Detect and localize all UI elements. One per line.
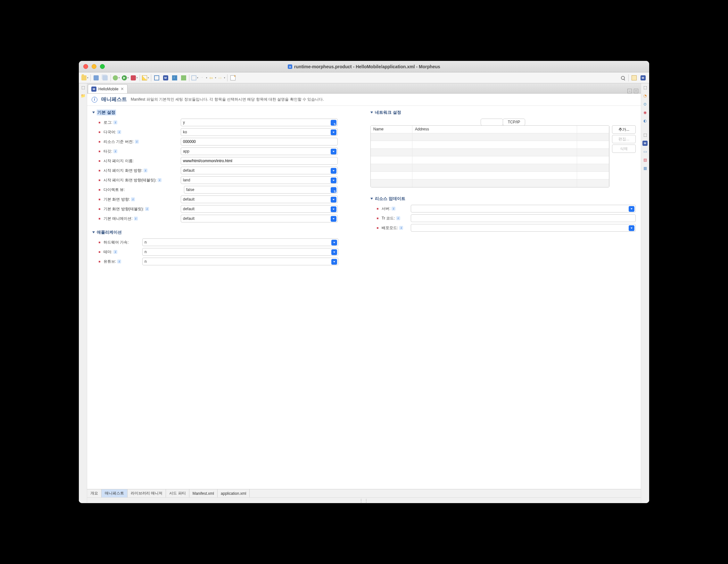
close-window-button[interactable] xyxy=(83,64,88,69)
maximize-editor-button[interactable]: □ xyxy=(634,89,638,93)
minimize-window-button[interactable] xyxy=(92,64,96,69)
resource-version-input[interactable] xyxy=(181,138,338,145)
help-icon[interactable]: i xyxy=(135,140,139,144)
close-tab-icon[interactable]: ✕ xyxy=(120,87,124,91)
start-page-input[interactable] xyxy=(181,157,338,165)
tab-third-party[interactable]: 서드 파티 xyxy=(166,489,189,497)
start-orientation-combo[interactable]: default xyxy=(181,167,338,174)
tab-library-manager[interactable]: 라이브러리 매니저 xyxy=(128,489,166,497)
table-row[interactable] xyxy=(371,156,609,164)
table-row[interactable] xyxy=(371,179,609,187)
bullet-icon xyxy=(99,218,100,220)
tab-overview[interactable]: 개요 xyxy=(87,489,102,497)
table-row[interactable] xyxy=(371,141,609,149)
help-icon[interactable]: i xyxy=(117,260,121,263)
section-network-header[interactable]: 네트워크 설정 xyxy=(370,110,636,115)
table-row[interactable] xyxy=(371,149,609,156)
start-orientation-tablet-combo[interactable]: land xyxy=(181,176,338,184)
palette-view-icon[interactable]: ▤ xyxy=(642,157,648,163)
help-icon[interactable]: i xyxy=(399,226,403,230)
save-button[interactable] xyxy=(92,74,100,82)
save-all-button[interactable] xyxy=(101,74,109,82)
youtube-combo[interactable]: n xyxy=(142,258,338,265)
download-button[interactable] xyxy=(170,74,179,82)
default-orientation-tablet-combo[interactable]: default xyxy=(181,205,338,213)
help-icon[interactable]: i xyxy=(113,149,117,153)
step-button[interactable] xyxy=(200,74,208,82)
help-icon[interactable]: i xyxy=(158,178,161,182)
network-tab-tcpip[interactable]: TCP/IP xyxy=(503,119,525,126)
section-resource-update-header[interactable]: 리소스 업데이트 xyxy=(370,196,636,202)
hw-accel-combo[interactable]: n xyxy=(142,238,338,246)
col-address[interactable]: Address xyxy=(412,126,577,133)
table-row[interactable] xyxy=(371,172,609,179)
run-button[interactable] xyxy=(121,74,129,82)
export-button[interactable] xyxy=(179,74,188,82)
col-empty[interactable] xyxy=(577,126,609,133)
help-icon[interactable]: i xyxy=(145,207,149,211)
deploy-mode-combo[interactable] xyxy=(411,224,636,232)
edit-button[interactable]: 편집... xyxy=(612,135,636,143)
restore-icon-2[interactable]: ⬚ xyxy=(642,132,648,138)
network-tab-blank[interactable] xyxy=(481,119,503,126)
help-icon[interactable]: i xyxy=(134,217,138,220)
open-perspective-button[interactable] xyxy=(630,74,638,82)
help-icon[interactable]: i xyxy=(113,120,117,124)
pin-button[interactable] xyxy=(229,74,237,82)
morpheus-button[interactable]: M xyxy=(161,74,170,82)
minimize-editor-button[interactable]: – xyxy=(627,89,632,93)
morpheus-file-icon: M xyxy=(91,87,96,92)
theme-combo[interactable]: n xyxy=(142,248,338,256)
debug-button[interactable] xyxy=(112,74,120,82)
search-button[interactable] xyxy=(619,74,627,82)
morpheus-perspective-button[interactable]: M xyxy=(639,74,647,82)
layout-button[interactable] xyxy=(153,74,161,82)
package-explorer-icon[interactable]: 📁 xyxy=(80,93,86,99)
restore-icon[interactable]: ⬚ xyxy=(642,85,648,90)
i18n-combo[interactable]: ko xyxy=(181,128,338,136)
editor-area: M HelloMobile ✕ – □ i 매니페스트 Manifest 파일의… xyxy=(87,83,641,503)
zoom-window-button[interactable] xyxy=(100,64,105,69)
table-row[interactable] xyxy=(371,164,609,172)
delete-button[interactable]: 삭제 xyxy=(612,145,636,153)
direct-view-combo[interactable]: false xyxy=(184,186,338,194)
toggle-button[interactable] xyxy=(191,74,199,82)
server-combo[interactable] xyxy=(411,205,636,212)
app-badge-icon: a xyxy=(288,64,292,69)
tab-application-xml[interactable]: application.xml xyxy=(218,489,250,497)
help-icon[interactable]: i xyxy=(392,207,395,211)
nav-forward-button[interactable] xyxy=(218,74,226,82)
help-icon[interactable]: i xyxy=(131,197,135,201)
new-button[interactable] xyxy=(81,74,89,82)
col-name[interactable]: Name xyxy=(371,126,412,133)
sash-handle[interactable]: ⋮⋮ xyxy=(87,497,641,503)
section-basic-header[interactable]: 기본 설정 xyxy=(92,110,358,115)
add-button[interactable]: 추가... xyxy=(612,125,636,134)
properties-view-icon[interactable]: ▦ xyxy=(642,165,648,171)
tab-manifest-xml[interactable]: Manifest.xml xyxy=(189,489,218,497)
restore-icon[interactable]: ⬚ xyxy=(80,85,86,90)
outline-view-icon[interactable]: ◔ xyxy=(642,93,648,99)
section-application-header[interactable]: 애플리케이션 xyxy=(92,229,358,235)
help-icon[interactable]: i xyxy=(113,250,117,254)
default-orientation-combo[interactable]: default xyxy=(181,195,338,203)
help-icon[interactable]: i xyxy=(117,130,121,134)
target-combo[interactable]: app xyxy=(181,147,338,155)
network-table[interactable]: Name Address xyxy=(370,125,609,187)
morpheus-view-icon[interactable]: M xyxy=(642,140,648,146)
default-animation-combo[interactable]: default xyxy=(181,215,338,222)
nav-back-button[interactable] xyxy=(209,74,217,82)
log-combo[interactable]: y xyxy=(181,119,338,126)
help-icon[interactable]: i xyxy=(144,169,147,172)
tr-code-input[interactable] xyxy=(411,214,636,222)
editor-tab-hellomobile[interactable]: M HelloMobile ✕ xyxy=(88,84,128,93)
stop-button[interactable] xyxy=(130,74,138,82)
console-view-icon[interactable]: ◐ xyxy=(642,118,648,124)
device-view-icon[interactable]: ▭ xyxy=(642,149,648,154)
help-icon[interactable]: i xyxy=(396,216,400,220)
error-view-icon[interactable]: ◉ xyxy=(642,110,648,115)
tasks-view-icon[interactable]: ⊙ xyxy=(642,101,648,107)
tab-manifest[interactable]: 매니페스트 xyxy=(102,489,128,497)
table-row[interactable] xyxy=(371,133,609,141)
highlighter-button[interactable] xyxy=(141,74,150,82)
